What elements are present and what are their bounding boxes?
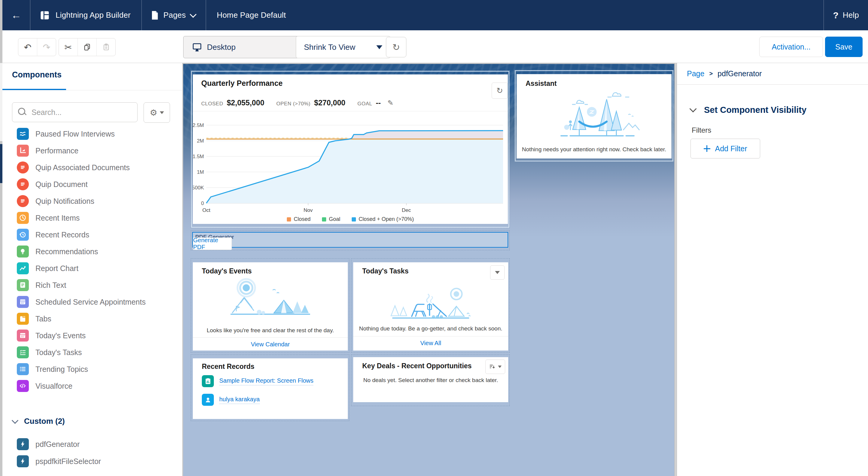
svg-text:Dec: Dec [402, 207, 411, 213]
view-calendar-link[interactable]: View Calendar [193, 341, 348, 348]
set-component-visibility-toggle[interactable]: Set Component Visibility [690, 105, 806, 115]
app-title: Lightning App Builder [56, 10, 131, 20]
sidebar-item-tabs[interactable]: Tabs [2, 310, 182, 327]
paste-button[interactable] [97, 38, 115, 56]
legend-item: Goal [322, 216, 340, 223]
bolt-icon [17, 438, 29, 450]
sidebar-item-quip-associated-documents[interactable]: Quip Associated Documents [2, 159, 182, 176]
stat-label: OPEN (>70%) [276, 101, 311, 107]
lightning-app-builder: ← Lightning App Builder Pages Home Page … [0, 0, 868, 476]
record-link[interactable]: hulya karakaya [219, 396, 260, 404]
redo-button[interactable]: ↷ [37, 38, 56, 56]
breadcrumb-separator: > [709, 70, 713, 77]
assistant-empty-message: Nothing needs your attention right now. … [517, 146, 672, 153]
device-selector-desktop[interactable]: Desktop [183, 36, 301, 58]
sidebar-item-trending-topics[interactable]: Trending Topics [2, 361, 182, 378]
component-label: Visualforce [35, 382, 72, 390]
component-list: Paused Flow InterviewsPerformanceQuip As… [2, 127, 182, 403]
copy-button[interactable] [78, 38, 97, 56]
svg-text:500K: 500K [193, 185, 204, 191]
back-button[interactable]: ← [2, 0, 30, 30]
dropdown-caret-icon [160, 111, 164, 114]
breadcrumb-current: pdfGenerator [717, 69, 762, 78]
component-todays-tasks[interactable]: Today's Tasks [351, 259, 510, 353]
component-label: Recent Records [35, 231, 89, 239]
component-quarterly-performance[interactable]: Quarterly Performance ↻ CLOSED$2,055,000… [191, 71, 510, 228]
sidebar-item-recent-items[interactable]: Recent Items [2, 209, 182, 226]
undo-button[interactable]: ↶ [18, 38, 37, 56]
search-input[interactable] [12, 102, 137, 122]
component-label: pspdfkitFileSelector [35, 457, 101, 466]
legend-label: Goal [329, 216, 340, 223]
help-button[interactable]: ? Help [824, 0, 868, 30]
tab-icon [17, 313, 29, 325]
view-all-link[interactable]: View All [353, 340, 508, 347]
sidebar-item-scheduled-service-appointments[interactable]: Scheduled Service Appointments [2, 294, 182, 310]
sidebar-item-quip-notifications[interactable]: Quip Notifications [2, 193, 182, 209]
breadcrumb: Page > pdfGenerator [677, 63, 868, 84]
key-deals-filter-button[interactable] [485, 360, 505, 374]
svg-text:2.5M: 2.5M [193, 123, 204, 128]
flow-icon [17, 128, 29, 140]
component-todays-events[interactable]: Today's Events Looks like you'r [191, 259, 349, 353]
chart-refresh-button[interactable]: ↻ [492, 82, 508, 99]
sidebar-item-report-chart[interactable]: Report Chart [2, 260, 182, 277]
sidebar-item-pspdfkitfileselector[interactable]: pspdfkitFileSelector [2, 453, 182, 470]
component-assistant[interactable]: Assistant [515, 70, 674, 162]
tasks-menu-button[interactable] [490, 265, 504, 280]
add-filter-button[interactable]: Add Filter [690, 139, 760, 159]
component-label: Recommendations [35, 247, 98, 256]
components-sidebar: Components ⚙ Paused Flow InterviewsPerfo… [2, 63, 183, 476]
component-pdf-generator[interactable]: PDF Generator Generate PDF [191, 231, 510, 250]
sort-icon [489, 364, 496, 370]
component-label: Today's Events [35, 331, 86, 340]
app-header: ← Lightning App Builder Pages Home Page … [2, 0, 868, 30]
redo-icon: ↷ [43, 42, 50, 53]
sidebar-item-recommendations[interactable]: Recommendations [2, 243, 182, 260]
sidebar-item-today-s-tasks[interactable]: Today's Tasks [2, 344, 182, 361]
sidebar-item-today-s-events[interactable]: Today's Events [2, 327, 182, 344]
component-recent-records[interactable]: Recent Records Sample Flow Report: Scree… [191, 354, 349, 421]
app-builder-icon [39, 10, 50, 21]
recent-record-row[interactable]: Sample Flow Report: Screen Flows [202, 375, 313, 387]
settings-dropdown-button[interactable]: ⚙ [144, 102, 170, 123]
canvas-refresh-button[interactable]: ↻ [386, 37, 406, 57]
performance-chart: 0500K1M1.5M2M2.5MOctNovDec [193, 111, 508, 215]
sidebar-item-performance[interactable]: Performance [2, 142, 182, 159]
plus-icon [704, 145, 710, 152]
sidebar-item-rich-text[interactable]: Rich Text [2, 277, 182, 294]
edit-goal-pencil-icon[interactable]: ✎ [388, 99, 394, 107]
component-key-deals[interactable]: Key Deals - Recent Opportunities No deal… [351, 354, 510, 406]
dropdown-caret-icon [495, 271, 500, 274]
tab-components[interactable]: Components [12, 70, 62, 79]
view-mode-select[interactable]: Shrink To View [296, 36, 391, 58]
generate-pdf-button[interactable]: Generate PDF [193, 237, 232, 250]
svg-text:1.5M: 1.5M [193, 154, 204, 159]
custom-section-label: Custom (2) [24, 416, 65, 426]
recent-record-row[interactable]: hulya karakaya [202, 394, 260, 406]
breadcrumb-page-link[interactable]: Page [687, 69, 704, 78]
save-button[interactable]: Save [825, 37, 863, 57]
svg-text:Oct: Oct [203, 207, 211, 213]
legend-label: Closed + Open (>70%) [359, 216, 414, 223]
recent-records-title: Recent Records [202, 363, 254, 371]
activation-button[interactable]: Activation... [759, 37, 823, 57]
custom-section-toggle[interactable]: Custom (2) [12, 416, 65, 426]
calgrid-icon [17, 330, 29, 342]
pages-menu[interactable]: Pages [142, 0, 206, 30]
question-mark-icon: ? [833, 10, 838, 21]
component-label: Quip Document [35, 180, 88, 189]
sidebar-item-paused-flow-interviews[interactable]: Paused Flow Interviews [2, 127, 182, 142]
cut-button[interactable]: ✂ [59, 38, 78, 56]
sidebar-item-quip-document[interactable]: Quip Document [2, 176, 182, 193]
copy-icon [83, 43, 91, 51]
sidebar-item-pdfgenerator[interactable]: pdfGenerator [2, 436, 182, 452]
axis-icon [17, 145, 29, 157]
component-label: Today's Tasks [35, 348, 82, 357]
canvas-scrollbar[interactable] [674, 63, 677, 476]
sidebar-item-visualforce[interactable]: Visualforce [2, 378, 182, 394]
component-label: Quip Notifications [35, 197, 94, 206]
component-label: Quip Associated Documents [35, 163, 130, 172]
sidebar-item-recent-records[interactable]: Recent Records [2, 226, 182, 243]
record-link[interactable]: Sample Flow Report: Screen Flows [219, 377, 313, 385]
